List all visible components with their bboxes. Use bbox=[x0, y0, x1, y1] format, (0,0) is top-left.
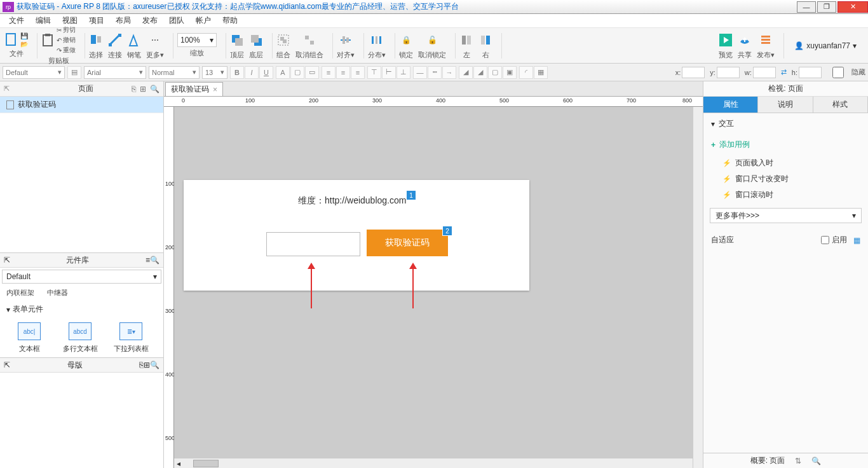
event-window-resize[interactable]: ⚡窗口尺寸改变时 bbox=[703, 171, 868, 187]
page-tree-item[interactable]: 获取验证码 bbox=[0, 97, 163, 113]
menu-project[interactable]: 项目 bbox=[84, 14, 109, 27]
menu-team[interactable]: 团队 bbox=[164, 14, 189, 27]
add-folder-icon[interactable]: ⎘ bbox=[132, 85, 136, 93]
align-right-icon[interactable] bbox=[478, 31, 492, 49]
pin-icon[interactable]: ⇱ bbox=[4, 361, 10, 369]
menu-file[interactable]: 文件 bbox=[4, 14, 29, 27]
widget-textarea[interactable]: abcd多行文本框 bbox=[57, 322, 103, 354]
send-back-icon[interactable] bbox=[249, 31, 263, 49]
border-color-button[interactable]: ▭ bbox=[305, 66, 319, 79]
share-icon[interactable] bbox=[738, 31, 752, 49]
menu-help[interactable]: 帮助 bbox=[217, 14, 243, 27]
minimize-button[interactable]: — bbox=[797, 1, 816, 13]
search-icon[interactable]: 🔍 bbox=[150, 256, 159, 265]
bring-front-icon[interactable] bbox=[230, 31, 244, 49]
zoom-select[interactable]: 100%▾ bbox=[177, 33, 217, 47]
tab-notes[interactable]: 说明 bbox=[758, 97, 813, 113]
undo-icon[interactable]: ↶ 撤销 bbox=[57, 36, 76, 45]
arrow-style[interactable]: → bbox=[442, 66, 456, 79]
shadow-inner[interactable]: ▣ bbox=[503, 66, 517, 79]
font-select[interactable]: Arial▾ bbox=[84, 66, 146, 79]
tab-properties[interactable]: 属性 bbox=[703, 97, 758, 113]
valign-mid[interactable]: ⊢ bbox=[382, 66, 396, 79]
search-icon[interactable]: 🔍 bbox=[150, 361, 159, 369]
ungroup-icon[interactable] bbox=[302, 31, 316, 49]
search-icon[interactable]: 🔍 bbox=[811, 457, 821, 465]
text-color-button[interactable]: A bbox=[276, 66, 290, 79]
lock-icon[interactable]: 🔒 bbox=[399, 31, 413, 49]
align-center-text[interactable]: ≡ bbox=[336, 66, 350, 79]
new-file-icon[interactable] bbox=[5, 34, 18, 46]
connect-tool-icon[interactable] bbox=[108, 31, 122, 49]
add-case-link[interactable]: +添加用例 bbox=[703, 134, 868, 155]
border-width[interactable]: — bbox=[413, 66, 427, 79]
hidden-checkbox[interactable] bbox=[827, 67, 850, 78]
font-weight-select[interactable]: Normal▾ bbox=[149, 66, 200, 79]
code-input-widget[interactable] bbox=[266, 232, 360, 256]
valign-top[interactable]: ⊤ bbox=[367, 66, 381, 79]
close-button[interactable]: ✕ bbox=[837, 1, 868, 13]
user-menu[interactable]: 👤 xuyuanfan77 ▾ bbox=[788, 41, 863, 50]
corner-radius[interactable]: ◜ bbox=[519, 66, 533, 79]
library-select[interactable]: Default▾ bbox=[2, 270, 161, 284]
padding-button[interactable]: ▦ bbox=[534, 66, 548, 79]
event-window-scroll[interactable]: ⚡窗口滚动时 bbox=[703, 187, 868, 203]
interaction-section[interactable]: ▾交互 bbox=[703, 113, 868, 134]
w-input[interactable] bbox=[753, 67, 776, 78]
pin-icon[interactable]: ⇱ bbox=[4, 256, 10, 265]
save-icon[interactable]: 💾 bbox=[20, 32, 28, 39]
fill-color-button[interactable]: ▢ bbox=[290, 66, 304, 79]
add-folder-icon[interactable]: ⎘ bbox=[139, 361, 144, 369]
style-manager-icon[interactable]: ▤ bbox=[67, 66, 81, 79]
event-page-load[interactable]: ⚡页面载入时 bbox=[703, 155, 868, 171]
search-icon[interactable]: 🔍 bbox=[150, 85, 159, 93]
distribute-icon[interactable] bbox=[370, 31, 384, 49]
scrollbar-vertical[interactable] bbox=[693, 107, 703, 468]
widget-droplist[interactable]: ≣▾下拉列表框 bbox=[108, 322, 154, 354]
filter-icon[interactable]: ⇅ bbox=[795, 457, 801, 465]
maximize-button[interactable]: ❐ bbox=[817, 1, 836, 13]
get-code-button-widget[interactable]: 获取验证码 bbox=[367, 230, 448, 256]
italic-button[interactable]: I bbox=[245, 66, 259, 79]
group-icon[interactable] bbox=[276, 31, 290, 49]
add-page-icon[interactable]: ⊞ bbox=[140, 85, 146, 93]
more-events-select[interactable]: 更多事件>>>▾ bbox=[710, 208, 862, 223]
canvas[interactable]: 维度：http://weidublog.com 1 获取验证码 2 bbox=[174, 107, 703, 468]
tab-style[interactable]: 样式 bbox=[813, 97, 868, 113]
publish-icon[interactable] bbox=[759, 31, 773, 49]
shadow-outer[interactable]: ▢ bbox=[488, 66, 502, 79]
annotation-badge-1[interactable]: 1 bbox=[406, 190, 416, 200]
open-icon[interactable]: 📂 bbox=[20, 41, 28, 48]
page-tab[interactable]: 获取验证码× bbox=[165, 82, 223, 96]
adaptive-settings-icon[interactable]: ▦ bbox=[853, 236, 860, 245]
border-style[interactable]: ┅ bbox=[428, 66, 442, 79]
redo-icon[interactable]: ↷ 重做 bbox=[57, 46, 76, 55]
fill-swatch[interactable]: ◢ bbox=[459, 66, 473, 79]
underline-button[interactable]: U bbox=[259, 66, 273, 79]
align-left-icon[interactable] bbox=[459, 31, 473, 49]
library-section[interactable]: ▾表单元件 bbox=[0, 300, 163, 319]
scrollbar-horizontal[interactable]: ◂ bbox=[174, 458, 693, 468]
select-mode-icon[interactable] bbox=[89, 31, 103, 49]
menu-account[interactable]: 帐户 bbox=[191, 14, 216, 27]
lib-menu-icon[interactable]: ≡ bbox=[146, 256, 150, 265]
paste-icon[interactable] bbox=[41, 34, 54, 46]
bold-button[interactable]: B bbox=[230, 66, 244, 79]
widget-textfield[interactable]: abc|文本框 bbox=[6, 322, 52, 354]
y-input[interactable] bbox=[717, 67, 740, 78]
unlock-icon[interactable]: 🔓 bbox=[425, 31, 439, 49]
valign-bot[interactable]: ⊥ bbox=[397, 66, 410, 79]
align-left-text[interactable]: ≡ bbox=[322, 66, 336, 79]
menu-publish[interactable]: 发布 bbox=[137, 14, 163, 27]
more-shapes-icon[interactable]: ⋯ bbox=[148, 31, 162, 49]
font-size-select[interactable]: 13▾ bbox=[202, 66, 227, 79]
close-tab-icon[interactable]: × bbox=[213, 85, 217, 94]
add-master-icon[interactable]: ⊞ bbox=[144, 361, 150, 369]
preview-icon[interactable] bbox=[719, 31, 733, 49]
menu-layout[interactable]: 布局 bbox=[111, 14, 136, 27]
align-right-text[interactable]: ≡ bbox=[351, 66, 365, 79]
enable-adaptive-checkbox[interactable] bbox=[821, 236, 829, 244]
artboard-title-text[interactable]: 维度：http://weidublog.com bbox=[298, 195, 406, 207]
x-input[interactable] bbox=[682, 67, 705, 78]
style-select[interactable]: Default▾ bbox=[3, 66, 65, 79]
